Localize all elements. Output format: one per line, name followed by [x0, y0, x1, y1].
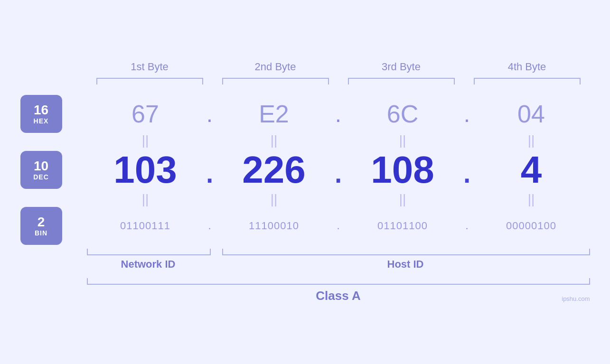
hex-val-3: 6C: [387, 100, 418, 128]
bin-base-num: 2: [38, 215, 45, 230]
bin-dot-3: .: [461, 220, 473, 232]
class-label: Class A: [87, 289, 590, 303]
dec-dot-1: .: [204, 148, 216, 192]
byte-header-1: 1st Byte: [87, 61, 213, 73]
hex-dot-1: .: [204, 101, 216, 127]
dec-val-4: 4: [521, 149, 542, 191]
equals-1-3: ||: [344, 134, 461, 147]
hex-val-4: 04: [517, 100, 545, 128]
bin-base-label: BIN: [35, 229, 47, 237]
hex-badge: 16 HEX: [20, 95, 62, 133]
byte-header-3: 3rd Byte: [338, 61, 464, 73]
byte-header-2: 2nd Byte: [213, 61, 338, 73]
dec-badge: 10 DEC: [20, 151, 62, 189]
byte-header-4: 4th Byte: [464, 61, 590, 73]
bin-badge: 2 BIN: [20, 207, 62, 245]
dec-val-1: 103: [113, 149, 177, 191]
dec-val-2: 226: [242, 149, 305, 191]
hex-dot-3: .: [461, 101, 473, 127]
equals-1-1: ||: [87, 134, 204, 147]
dec-dot-2: .: [333, 148, 344, 192]
dec-base-label: DEC: [33, 173, 49, 181]
equals-1-4: ||: [473, 134, 590, 147]
equals-2-4: ||: [473, 193, 590, 206]
bin-val-2: 11100010: [249, 220, 299, 232]
bin-val-1: 01100111: [120, 220, 170, 232]
dec-dot-3: .: [461, 148, 473, 192]
equals-1-2: ||: [216, 134, 333, 147]
bin-val-3: 01101100: [377, 220, 428, 232]
equals-2-2: ||: [216, 193, 333, 206]
hex-dot-2: .: [333, 101, 344, 127]
equals-2-3: ||: [344, 193, 461, 206]
watermark: ipshu.com: [562, 295, 590, 302]
bin-dot-1: .: [204, 220, 216, 232]
hex-val-2: E2: [259, 100, 289, 128]
equals-2-1: ||: [87, 193, 204, 206]
dec-val-3: 108: [371, 149, 434, 191]
hex-base-label: HEX: [34, 117, 49, 125]
hex-base-num: 16: [34, 103, 48, 118]
hex-val-1: 67: [131, 100, 159, 128]
network-id-label: Network ID: [87, 258, 210, 271]
bin-val-4: 00000100: [506, 220, 556, 232]
dec-base-num: 10: [34, 159, 48, 174]
bin-dot-2: .: [333, 220, 344, 232]
host-id-label: Host ID: [221, 258, 590, 271]
class-bracket: [87, 278, 590, 285]
